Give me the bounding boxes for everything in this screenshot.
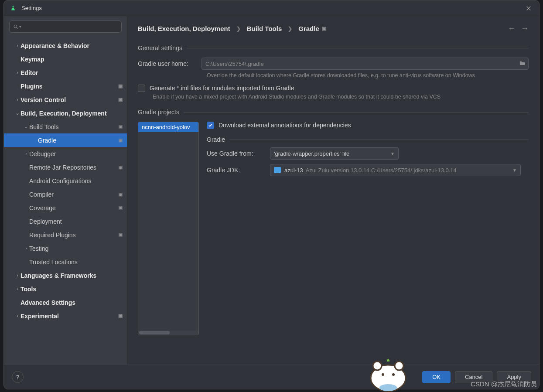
sidebar-item-appearance-behavior[interactable]: ›Appearance & Behavior [4, 39, 127, 52]
sidebar-item-label: Keymap [20, 56, 127, 63]
gradle-jdk-detail: Azul Zulu version 13.0.14 C:/Users/25754… [306, 167, 457, 174]
project-badge-icon: ▣ [118, 124, 123, 130]
chevron-down-icon: ▼ [512, 168, 517, 173]
project-badge-icon: ▣ [118, 164, 123, 170]
nav-forward-button[interactable]: → [521, 24, 529, 33]
apply-button[interactable]: Apply [497, 371, 531, 383]
divider [187, 48, 529, 48]
browse-folder-icon[interactable] [519, 60, 526, 67]
cancel-button[interactable]: Cancel [455, 371, 492, 383]
sidebar-item-tools[interactable]: ›Tools [4, 282, 127, 296]
project-badge-icon: ▣ [118, 83, 123, 89]
project-badge-icon: ▣ [118, 97, 123, 102]
sidebar-item-advanced-settings[interactable]: Advanced Settings [4, 296, 127, 309]
gradle-subsection: Gradle [207, 136, 225, 143]
gradle-project-list[interactable]: ncnn-android-yolov [138, 122, 199, 335]
generate-iml-checkbox[interactable] [138, 85, 145, 92]
project-badge-icon: ▣ [118, 137, 123, 143]
settings-tree: ›Appearance & BehaviorKeymap›EditorPlugi… [4, 37, 127, 365]
sidebar-item-label: Languages & Frameworks [20, 272, 127, 279]
sidebar-item-android-configurations[interactable]: Android Configurations [4, 174, 127, 187]
gradle-home-input[interactable]: C:\Users\25754\.gradle [201, 58, 529, 70]
sidebar-item-remote-jar-repositories[interactable]: Remote Jar Repositories▣ [4, 160, 127, 174]
gradle-home-value: C:\Users\25754\.gradle [205, 61, 264, 67]
search-input[interactable] [23, 24, 118, 30]
sidebar-item-label: Compiler [29, 191, 127, 198]
project-badge-icon: ▣ [118, 191, 123, 197]
sidebar-item-label: Deployment [29, 218, 127, 225]
generate-iml-hint: Enable if you have a mixed project with … [153, 94, 529, 100]
gradle-home-label: Gradle user home: [138, 60, 201, 67]
breadcrumb-item[interactable]: Build, Execution, Deployment [138, 25, 230, 32]
help-button[interactable]: ? [12, 371, 24, 383]
sidebar-item-gradle[interactable]: Gradle▣ [4, 133, 127, 147]
sidebar-item-label: Plugins [20, 83, 127, 90]
sidebar-item-build-execution-deployment[interactable]: ⌄Build, Execution, Deployment [4, 106, 127, 120]
sidebar-item-label: Editor [20, 69, 127, 76]
close-button[interactable] [523, 3, 534, 14]
sidebar-item-build-tools[interactable]: ⌄Build Tools▣ [4, 120, 127, 133]
chevron-right-icon: ❯ [236, 26, 241, 32]
divider [229, 140, 529, 140]
use-gradle-from-label: Use Gradle from: [207, 150, 270, 157]
sidebar-item-label: Required Plugins [29, 232, 127, 239]
chevron-down-icon: ▼ [390, 151, 395, 156]
download-annotations-checkbox[interactable] [207, 122, 214, 129]
sidebar-item-label: Gradle [38, 137, 127, 144]
gradle-jdk-select[interactable]: azul-13 Azul Zulu version 13.0.14 C:/Use… [270, 164, 521, 176]
sidebar-item-label: Advanced Settings [20, 299, 127, 306]
download-annotations-label: Download external annotations for depend… [219, 122, 351, 129]
sidebar-item-label: Appearance & Behavior [20, 42, 127, 49]
title-bar: Settings [4, 0, 539, 16]
divider [184, 112, 529, 112]
sidebar-item-label: Tools [20, 286, 127, 293]
sidebar-item-editor[interactable]: ›Editor [4, 66, 127, 79]
use-gradle-from-select[interactable]: 'gradle-wrapper.properties' file ▼ [270, 147, 399, 160]
generate-iml-label: Generate *.iml files for modules importe… [150, 85, 294, 92]
android-studio-icon [9, 4, 17, 12]
chevron-right-icon: › [14, 273, 20, 278]
chevron-right-icon: › [14, 43, 20, 48]
horizontal-scrollbar[interactable] [138, 331, 198, 335]
sidebar-item-debugger[interactable]: ›Debugger [4, 147, 127, 160]
chevron-down-icon: ⌄ [23, 124, 29, 129]
sidebar-item-experimental[interactable]: ›Experimental▣ [4, 309, 127, 323]
sidebar-item-label: Version Control [20, 96, 127, 103]
project-badge-icon: ▣ [118, 232, 123, 238]
project-badge-icon: ▣ [322, 26, 326, 31]
chevron-down-icon: ⌄ [14, 111, 20, 116]
settings-search[interactable]: ▾ [9, 20, 122, 33]
window-title: Settings [21, 5, 523, 11]
chevron-right-icon: › [14, 70, 20, 75]
sidebar-item-plugins[interactable]: Plugins▣ [4, 79, 127, 93]
gradle-home-hint: Override the default location where Grad… [207, 72, 529, 78]
chevron-right-icon: › [23, 246, 29, 251]
sidebar-item-languages-frameworks[interactable]: ›Languages & Frameworks [4, 269, 127, 282]
search-icon: ▾ [13, 24, 21, 30]
sidebar-item-label: Remote Jar Repositories [29, 164, 127, 171]
nav-back-button[interactable]: ← [508, 24, 516, 33]
jdk-folder-icon [274, 167, 281, 173]
sidebar-item-version-control[interactable]: ›Version Control▣ [4, 93, 127, 106]
sidebar-item-label: Build, Execution, Deployment [20, 110, 127, 117]
sidebar-item-compiler[interactable]: Compiler▣ [4, 187, 127, 201]
sidebar-item-label: Trusted Locations [29, 259, 127, 266]
chevron-right-icon: › [23, 151, 29, 156]
sidebar-item-label: Testing [29, 245, 127, 252]
breadcrumb-item[interactable]: Build Tools [247, 25, 282, 32]
sidebar-item-keymap[interactable]: Keymap [4, 52, 127, 66]
sidebar-item-required-plugins[interactable]: Required Plugins▣ [4, 228, 127, 242]
sidebar-item-label: Experimental [20, 313, 127, 320]
sidebar-item-coverage[interactable]: Coverage▣ [4, 201, 127, 215]
chevron-right-icon: › [14, 97, 20, 102]
sidebar-item-label: Coverage [29, 205, 127, 211]
project-list-item[interactable]: ncnn-android-yolov [138, 122, 198, 132]
sidebar-item-trusted-locations[interactable]: Trusted Locations [4, 255, 127, 269]
sidebar-item-label: Android Configurations [29, 177, 127, 184]
ok-button[interactable]: OK [422, 371, 451, 383]
sidebar-item-label: Build Tools [29, 123, 127, 130]
breadcrumb-current: Gradle [298, 25, 319, 32]
sidebar-item-testing[interactable]: ›Testing [4, 242, 127, 255]
svg-point-0 [14, 25, 17, 28]
sidebar-item-deployment[interactable]: Deployment [4, 215, 127, 228]
